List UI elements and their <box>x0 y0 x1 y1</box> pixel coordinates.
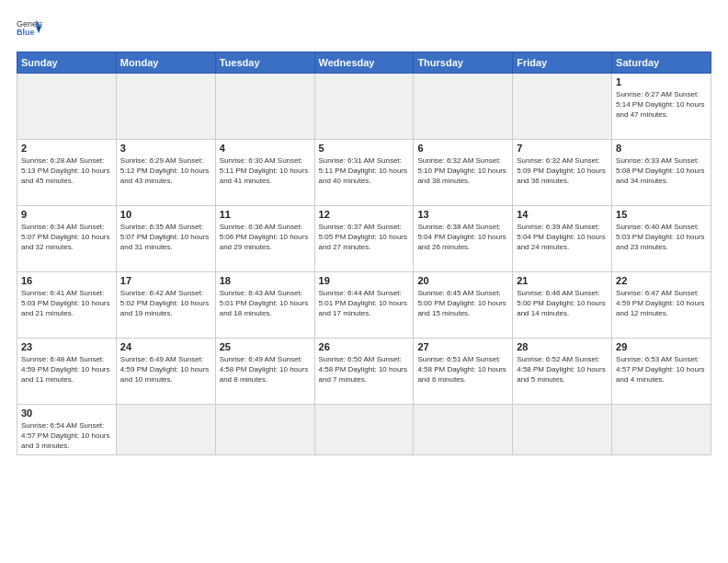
calendar-cell <box>314 74 414 140</box>
day-number: 15 <box>616 209 707 220</box>
day-info: Sunrise: 6:38 AM Sunset: 5:04 PM Dayligh… <box>417 222 508 253</box>
calendar-cell: 3Sunrise: 6:29 AM Sunset: 5:12 PM Daylig… <box>116 140 215 206</box>
logo-icon: GeneralBlue <box>17 17 42 42</box>
calendar-cell: 21Sunrise: 6:46 AM Sunset: 5:00 PM Dayli… <box>513 272 612 339</box>
calendar-cell: 27Sunrise: 6:51 AM Sunset: 4:58 PM Dayli… <box>414 339 513 405</box>
day-number: 27 <box>417 341 508 352</box>
calendar-cell: 7Sunrise: 6:32 AM Sunset: 5:09 PM Daylig… <box>513 140 612 206</box>
day-number: 24 <box>120 341 211 352</box>
calendar-cell: 30Sunrise: 6:54 AM Sunset: 4:57 PM Dayli… <box>17 405 117 455</box>
calendar-cell <box>414 405 513 455</box>
calendar-cell <box>513 74 612 140</box>
day-number: 22 <box>616 275 707 286</box>
day-number: 17 <box>120 275 211 286</box>
logo: GeneralBlue <box>17 17 42 42</box>
calendar-cell: 8Sunrise: 6:33 AM Sunset: 5:08 PM Daylig… <box>612 140 711 206</box>
day-info: Sunrise: 6:28 AM Sunset: 5:13 PM Dayligh… <box>21 155 112 187</box>
day-number: 1 <box>616 76 707 87</box>
day-info: Sunrise: 6:35 AM Sunset: 5:07 PM Dayligh… <box>120 222 211 253</box>
day-info: Sunrise: 6:44 AM Sunset: 5:01 PM Dayligh… <box>319 288 410 319</box>
calendar-cell <box>215 74 314 140</box>
day-info: Sunrise: 6:34 AM Sunset: 5:07 PM Dayligh… <box>21 222 112 253</box>
day-info: Sunrise: 6:31 AM Sunset: 5:11 PM Dayligh… <box>319 155 410 187</box>
day-number: 28 <box>517 341 608 352</box>
day-number: 8 <box>616 143 707 154</box>
day-number: 3 <box>120 143 211 154</box>
calendar-week-6: 30Sunrise: 6:54 AM Sunset: 4:57 PM Dayli… <box>17 405 711 455</box>
calendar-cell: 17Sunrise: 6:42 AM Sunset: 5:02 PM Dayli… <box>116 272 215 339</box>
weekday-header-wednesday: Wednesday <box>314 52 414 74</box>
calendar-cell <box>116 74 215 140</box>
calendar-cell: 11Sunrise: 6:36 AM Sunset: 5:06 PM Dayli… <box>215 206 314 272</box>
calendar-cell: 14Sunrise: 6:39 AM Sunset: 5:04 PM Dayli… <box>513 206 612 272</box>
day-info: Sunrise: 6:51 AM Sunset: 4:58 PM Dayligh… <box>417 354 508 385</box>
calendar-cell: 10Sunrise: 6:35 AM Sunset: 5:07 PM Dayli… <box>116 206 215 272</box>
day-info: Sunrise: 6:29 AM Sunset: 5:12 PM Dayligh… <box>120 155 211 187</box>
weekday-header-thursday: Thursday <box>414 52 513 74</box>
calendar-cell <box>215 405 314 455</box>
weekday-header-tuesday: Tuesday <box>215 52 314 74</box>
day-info: Sunrise: 6:53 AM Sunset: 4:57 PM Dayligh… <box>616 354 707 385</box>
calendar-cell: 25Sunrise: 6:49 AM Sunset: 4:58 PM Dayli… <box>215 339 314 405</box>
calendar-week-1: 1Sunrise: 6:27 AM Sunset: 5:14 PM Daylig… <box>17 74 711 140</box>
day-info: Sunrise: 6:39 AM Sunset: 5:04 PM Dayligh… <box>517 222 608 253</box>
day-number: 29 <box>616 341 707 352</box>
calendar-cell: 2Sunrise: 6:28 AM Sunset: 5:13 PM Daylig… <box>17 140 117 206</box>
day-number: 11 <box>220 209 311 220</box>
calendar-cell: 4Sunrise: 6:30 AM Sunset: 5:11 PM Daylig… <box>215 140 314 206</box>
day-number: 6 <box>417 143 508 154</box>
calendar-cell: 28Sunrise: 6:52 AM Sunset: 4:58 PM Dayli… <box>513 339 612 405</box>
day-info: Sunrise: 6:37 AM Sunset: 5:05 PM Dayligh… <box>319 222 410 253</box>
calendar-week-4: 16Sunrise: 6:41 AM Sunset: 5:03 PM Dayli… <box>17 272 711 339</box>
weekday-header-row: SundayMondayTuesdayWednesdayThursdayFrid… <box>17 52 711 74</box>
weekday-header-friday: Friday <box>513 52 612 74</box>
calendar-cell: 20Sunrise: 6:45 AM Sunset: 5:00 PM Dayli… <box>414 272 513 339</box>
day-info: Sunrise: 6:52 AM Sunset: 4:58 PM Dayligh… <box>517 354 608 385</box>
day-number: 10 <box>120 209 211 220</box>
day-number: 18 <box>220 275 311 286</box>
day-info: Sunrise: 6:49 AM Sunset: 4:59 PM Dayligh… <box>120 354 211 385</box>
day-info: Sunrise: 6:30 AM Sunset: 5:11 PM Dayligh… <box>220 155 311 187</box>
day-number: 23 <box>21 341 112 352</box>
day-info: Sunrise: 6:32 AM Sunset: 5:09 PM Dayligh… <box>517 155 608 187</box>
day-number: 20 <box>417 275 508 286</box>
day-number: 26 <box>319 341 410 352</box>
calendar-cell: 18Sunrise: 6:43 AM Sunset: 5:01 PM Dayli… <box>215 272 314 339</box>
calendar-cell: 13Sunrise: 6:38 AM Sunset: 5:04 PM Dayli… <box>414 206 513 272</box>
calendar-week-5: 23Sunrise: 6:48 AM Sunset: 4:59 PM Dayli… <box>17 339 711 405</box>
day-info: Sunrise: 6:46 AM Sunset: 5:00 PM Dayligh… <box>517 288 608 319</box>
day-number: 7 <box>517 143 608 154</box>
calendar-cell <box>513 405 612 455</box>
weekday-header-saturday: Saturday <box>612 52 711 74</box>
calendar-cell: 1Sunrise: 6:27 AM Sunset: 5:14 PM Daylig… <box>612 74 711 140</box>
weekday-header-monday: Monday <box>116 52 215 74</box>
calendar-cell <box>414 74 513 140</box>
day-number: 25 <box>220 341 311 352</box>
day-info: Sunrise: 6:36 AM Sunset: 5:06 PM Dayligh… <box>220 222 311 253</box>
day-info: Sunrise: 6:50 AM Sunset: 4:58 PM Dayligh… <box>319 354 410 385</box>
day-number: 2 <box>21 143 112 154</box>
day-info: Sunrise: 6:33 AM Sunset: 5:08 PM Dayligh… <box>616 155 707 187</box>
svg-text:Blue: Blue <box>17 28 34 37</box>
calendar-cell: 22Sunrise: 6:47 AM Sunset: 4:59 PM Dayli… <box>612 272 711 339</box>
calendar-cell: 23Sunrise: 6:48 AM Sunset: 4:59 PM Dayli… <box>17 339 117 405</box>
calendar-cell: 15Sunrise: 6:40 AM Sunset: 5:03 PM Dayli… <box>612 206 711 272</box>
calendar-cell: 16Sunrise: 6:41 AM Sunset: 5:03 PM Dayli… <box>17 272 117 339</box>
calendar-cell: 9Sunrise: 6:34 AM Sunset: 5:07 PM Daylig… <box>17 206 117 272</box>
day-info: Sunrise: 6:43 AM Sunset: 5:01 PM Dayligh… <box>220 288 311 319</box>
day-info: Sunrise: 6:54 AM Sunset: 4:57 PM Dayligh… <box>21 420 112 452</box>
calendar-cell <box>17 74 117 140</box>
day-number: 12 <box>319 209 410 220</box>
calendar-cell: 12Sunrise: 6:37 AM Sunset: 5:05 PM Dayli… <box>314 206 414 272</box>
calendar-cell <box>612 405 711 455</box>
day-info: Sunrise: 6:27 AM Sunset: 5:14 PM Dayligh… <box>616 89 707 121</box>
day-info: Sunrise: 6:32 AM Sunset: 5:10 PM Dayligh… <box>417 155 508 187</box>
svg-marker-3 <box>36 27 41 33</box>
day-number: 9 <box>21 209 112 220</box>
calendar-table: SundayMondayTuesdayWednesdayThursdayFrid… <box>17 52 711 455</box>
day-info: Sunrise: 6:41 AM Sunset: 5:03 PM Dayligh… <box>21 288 112 319</box>
day-number: 14 <box>517 209 608 220</box>
calendar-week-3: 9Sunrise: 6:34 AM Sunset: 5:07 PM Daylig… <box>17 206 711 272</box>
header: GeneralBlue <box>17 17 711 42</box>
calendar-cell <box>116 405 215 455</box>
